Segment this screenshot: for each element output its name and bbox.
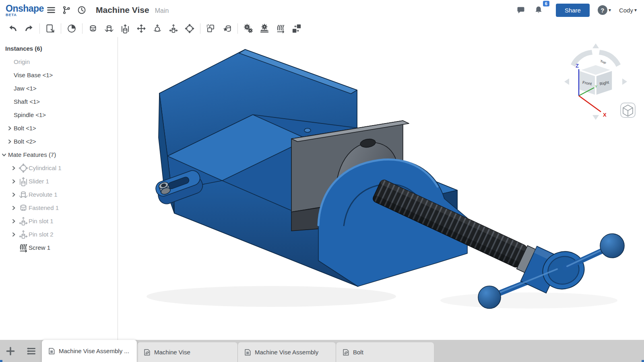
insert-button[interactable] bbox=[42, 22, 58, 35]
screw-relation-icon-wrap bbox=[18, 243, 29, 253]
chevron-right[interactable] bbox=[6, 139, 14, 144]
instance-row-bolt-2[interactable]: Bolt <2> bbox=[0, 135, 118, 148]
instance-row-jaw-1[interactable]: Jaw <1> bbox=[0, 82, 118, 95]
instance-label: Pin slot 1 bbox=[29, 218, 54, 224]
chevron-right[interactable] bbox=[10, 166, 18, 171]
chevron-down[interactable] bbox=[0, 152, 8, 157]
group-button[interactable] bbox=[203, 22, 219, 35]
tab-bolt[interactable]: Bolt bbox=[336, 342, 434, 362]
instance-label: Mate Features (7) bbox=[8, 151, 56, 158]
comment-button[interactable] bbox=[513, 2, 528, 18]
main-menu-button[interactable] bbox=[43, 2, 59, 18]
chevron-right[interactable] bbox=[10, 232, 18, 237]
fastened-mate-button[interactable] bbox=[85, 22, 101, 35]
insert-icon bbox=[45, 23, 56, 34]
instance-row-pin-slot-2[interactable]: Pin slot 2 bbox=[0, 228, 118, 241]
user-caret-icon: ▾ bbox=[634, 7, 637, 13]
named-positions-button[interactable] bbox=[64, 22, 80, 35]
chevron-right-icon[interactable] bbox=[11, 232, 16, 237]
tab-machine-vise[interactable]: Machine Vise bbox=[137, 342, 237, 362]
instance-label: Bolt <2> bbox=[14, 138, 36, 145]
add-tab-button[interactable] bbox=[0, 340, 21, 362]
document-title: Machine Vise bbox=[96, 5, 149, 15]
model-shadow-2 bbox=[440, 292, 617, 309]
chevron-right-icon[interactable] bbox=[11, 192, 16, 197]
share-button[interactable]: Share bbox=[556, 4, 590, 17]
cube-label-top: Top bbox=[599, 59, 607, 65]
chevron-down-icon[interactable] bbox=[2, 152, 6, 157]
ball-mate-button[interactable] bbox=[149, 22, 165, 35]
instance-row-pin-slot-1[interactable]: Pin slot 1 bbox=[0, 214, 118, 228]
tab-machine-vise-assembly[interactable]: Machine Vise Assembly bbox=[237, 342, 336, 362]
top-bar: Onshape BETA Machine Vise Main bbox=[0, 0, 644, 20]
chevron-right-icon[interactable] bbox=[11, 219, 16, 224]
workspace-name[interactable]: Main bbox=[155, 7, 169, 14]
gear-relation-button[interactable] bbox=[240, 22, 256, 35]
chevron-right-icon[interactable] bbox=[11, 179, 16, 184]
tab-label: Bolt bbox=[353, 349, 363, 356]
axis-label-y: Y bbox=[595, 84, 597, 88]
undo-button[interactable] bbox=[5, 22, 21, 35]
cylindrical-mate-icon-wrap bbox=[18, 163, 29, 173]
cylindrical-mate-button[interactable] bbox=[182, 22, 198, 35]
chevron-right-icon[interactable] bbox=[11, 166, 16, 171]
assembly-tab-icon bbox=[244, 348, 252, 356]
history-button[interactable] bbox=[74, 2, 89, 18]
slider-mate-button[interactable] bbox=[117, 22, 133, 35]
rack-pinion-relation-button[interactable] bbox=[256, 22, 272, 35]
tab-label: Machine Vise Assembly ... bbox=[59, 348, 129, 354]
screw-relation-button[interactable] bbox=[272, 22, 289, 35]
toolbar-separator bbox=[237, 23, 238, 34]
revolute-mate-button[interactable] bbox=[101, 22, 117, 35]
instance-row-fastened-1[interactable]: Fastened 1 bbox=[0, 201, 118, 214]
instance-row-bolt-1[interactable]: Bolt <1> bbox=[0, 121, 118, 135]
notifications-button[interactable]: 6 bbox=[531, 2, 546, 18]
instance-row-shaft-1[interactable]: Shaft <1> bbox=[0, 95, 118, 108]
revolute-mate-icon bbox=[104, 23, 114, 34]
fastened-mate-icon bbox=[88, 23, 98, 34]
tab-machine-vise-assembly[interactable]: Machine Vise Assembly ... bbox=[42, 340, 137, 362]
help-caret-icon: ▾ bbox=[609, 7, 611, 13]
chevron-right[interactable] bbox=[10, 206, 18, 210]
slider-mate-icon bbox=[120, 23, 130, 34]
redo-button[interactable] bbox=[21, 22, 37, 35]
chevron-right[interactable] bbox=[10, 192, 18, 197]
isometric-view-button[interactable] bbox=[621, 103, 635, 117]
versions-button[interactable] bbox=[59, 2, 74, 18]
view-cube[interactable]: Top Front Right Y Z X bbox=[559, 39, 640, 124]
instance-row-origin[interactable]: Origin bbox=[0, 55, 118, 68]
mate-connector-button[interactable] bbox=[219, 22, 235, 35]
instance-row-revolute-1[interactable]: Revolute 1 bbox=[0, 188, 118, 201]
instance-row-spindle-1[interactable]: Spindle <1> bbox=[0, 108, 118, 121]
chevron-right-icon[interactable] bbox=[7, 139, 12, 144]
instance-row-slider-1[interactable]: Slider 1 bbox=[0, 175, 118, 188]
instance-label: Slider 1 bbox=[29, 178, 49, 185]
linear-relation-button[interactable] bbox=[289, 22, 305, 35]
onshape-logo[interactable]: Onshape BETA bbox=[0, 3, 43, 17]
document-title-group: Machine Vise Main bbox=[96, 5, 169, 15]
chevron-right-icon[interactable] bbox=[11, 206, 16, 210]
planar-mate-button[interactable] bbox=[133, 22, 149, 35]
undo-icon bbox=[8, 23, 18, 34]
instance-row-screw-1[interactable]: Screw 1 bbox=[0, 241, 118, 254]
chevron-right[interactable] bbox=[10, 179, 18, 184]
instance-row-cylindrical-1[interactable]: Cylindrical 1 bbox=[0, 161, 118, 175]
instance-label: Fastened 1 bbox=[29, 204, 59, 211]
tab-list-button[interactable] bbox=[21, 340, 42, 362]
model-viewport[interactable]: Top Front Right Y Z X bbox=[118, 37, 644, 340]
help-menu[interactable]: ? ▾ bbox=[598, 5, 611, 15]
axis-label-z: Z bbox=[576, 63, 579, 69]
instance-row-mate-features-7[interactable]: Mate Features (7) bbox=[0, 148, 118, 161]
resize-corner-left bbox=[0, 360, 2, 362]
toolbar-separator bbox=[39, 23, 40, 34]
chevron-right[interactable] bbox=[6, 126, 14, 131]
instance-row-vise-base-1[interactable]: Vise Base <1> bbox=[0, 68, 118, 82]
instance-label: Vise Base <1> bbox=[14, 72, 53, 78]
chevron-right[interactable] bbox=[10, 219, 18, 224]
user-menu[interactable]: Cody ▾ bbox=[613, 7, 637, 14]
user-name: Cody bbox=[619, 7, 633, 14]
revolute-mate-icon bbox=[18, 189, 29, 200]
logo-beta: BETA bbox=[6, 13, 43, 17]
pin-slot-mate-button[interactable] bbox=[165, 22, 182, 35]
chevron-right-icon[interactable] bbox=[7, 126, 12, 131]
